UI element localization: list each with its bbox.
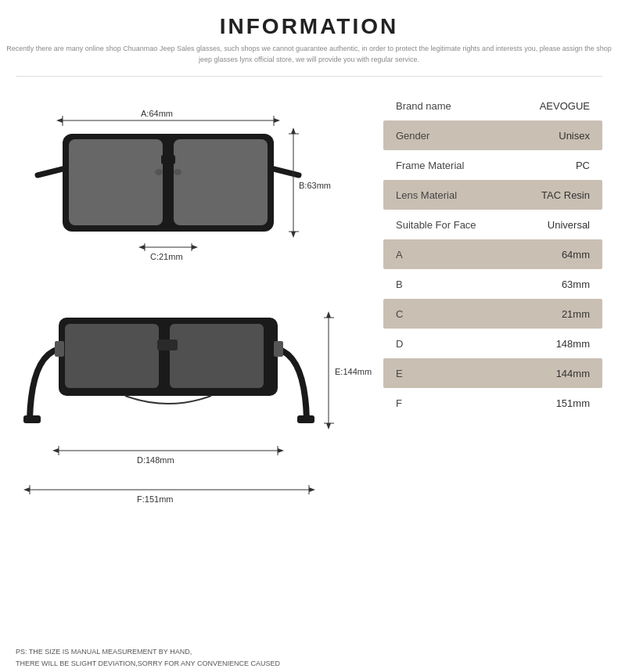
lens-value: TAC Resin [541,189,590,201]
a-label: A [396,249,403,261]
left-panel: A:64mm B:63mm C:21mm [16,91,375,634]
svg-marker-36 [278,448,284,453]
face-value: Universal [548,219,590,231]
spec-gender-row: Gender Unisex [383,120,602,150]
right-panel: Brand name AEVOGUE Gender Unisex Frame M… [383,91,602,634]
lens-label: Lens Material [396,189,457,201]
svg-rect-1 [69,139,163,225]
svg-marker-9 [56,118,63,123]
frame-value: PC [576,160,590,171]
svg-marker-21 [138,245,145,250]
svg-text:A:64mm: A:64mm [141,109,173,118]
footer-line2: THERE WILL BE SLIGHT DEVIATION,SORRY FOR… [16,658,602,669]
svg-rect-33 [274,341,283,357]
spec-face-row: Suitable For Face Universal [383,210,602,239]
f-value: 151mm [556,397,590,409]
face-label: Suitable For Face [396,219,476,231]
svg-point-7 [174,169,181,175]
svg-rect-3 [161,155,175,164]
svg-rect-28 [170,324,264,388]
svg-rect-27 [65,324,159,388]
svg-marker-15 [291,128,296,134]
svg-line-4 [38,169,63,175]
svg-line-5 [274,169,299,175]
svg-marker-16 [291,232,296,238]
spec-b-row: B 63mm [383,269,602,299]
svg-text:E:144mm: E:144mm [335,367,372,376]
e-label: E [396,368,403,379]
gender-value: Unisex [559,130,590,142]
c-label: C [396,308,403,320]
b-label: B [396,279,403,290]
diagrams-svg: A:64mm B:63mm C:21mm [16,91,372,529]
header: INFORMATION Recently there are many onli… [0,0,618,70]
svg-marker-41 [326,311,331,318]
svg-marker-42 [326,423,331,429]
svg-text:D:148mm: D:148mm [137,455,174,465]
svg-text:F:151mm: F:151mm [137,494,173,504]
svg-point-6 [155,169,163,175]
d-label: D [396,338,403,350]
b-value: 63mm [562,279,590,290]
frame-label: Frame Material [396,160,464,171]
svg-marker-10 [274,118,280,123]
svg-rect-30 [23,415,41,423]
spec-e-row: E 144mm [383,358,602,388]
main-content: A:64mm B:63mm C:21mm [0,83,618,641]
page-title: INFORMATION [0,14,618,39]
header-subtitle: Recently there are many online shop Chua… [0,44,618,65]
svg-text:B:63mm: B:63mm [299,181,331,190]
divider [16,76,602,77]
svg-rect-32 [55,341,64,357]
svg-marker-47 [23,487,30,492]
svg-marker-22 [192,245,198,250]
e-value: 144mm [556,368,590,379]
spec-d-row: D 148mm [383,329,602,358]
svg-rect-29 [157,340,178,350]
svg-marker-48 [309,487,315,492]
spec-f-row: F 151mm [383,388,602,418]
d-value: 148mm [556,338,590,350]
footer-note: PS: THE SIZE IS MANUAL MEASUREMENT BY HA… [0,641,618,672]
svg-rect-2 [174,139,268,225]
spec-brand-row: Brand name AEVOGUE [383,91,602,120]
spec-frame-row: Frame Material PC [383,150,602,180]
brand-value: AEVOGUE [540,100,590,112]
spec-c-row: C 21mm [383,299,602,329]
svg-text:C:21mm: C:21mm [150,252,183,261]
svg-rect-31 [297,415,314,423]
svg-marker-35 [52,448,59,453]
brand-label: Brand name [396,100,451,112]
spec-a-row: A 64mm [383,239,602,269]
page: INFORMATION Recently there are many onli… [0,0,618,672]
c-value: 21mm [562,308,590,320]
gender-label: Gender [396,130,429,142]
a-value: 64mm [562,249,590,261]
spec-lens-row: Lens Material TAC Resin [383,180,602,210]
footer-line1: PS: THE SIZE IS MANUAL MEASUREMENT BY HA… [16,646,602,657]
f-label: F [396,397,402,409]
